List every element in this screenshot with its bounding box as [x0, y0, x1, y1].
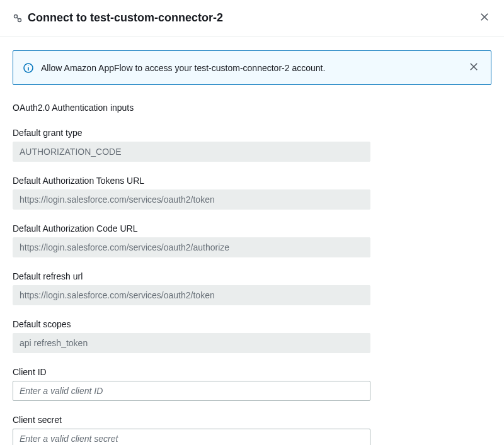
input-client-id[interactable]	[13, 381, 370, 401]
label-client-secret: Client secret	[13, 415, 370, 425]
connector-icon	[13, 13, 23, 23]
label-tokens-url: Default Authorization Tokens URL	[13, 176, 370, 186]
input-grant-type	[13, 142, 370, 162]
input-scopes	[13, 333, 370, 353]
field-code-url: Default Authorization Code URL	[13, 223, 370, 257]
info-alert: Allow Amazon AppFlow to access your test…	[13, 50, 491, 85]
label-client-id: Client ID	[13, 367, 370, 377]
header-left: Connect to test-custom-connector-2	[13, 11, 223, 25]
alert-dismiss-button[interactable]	[467, 60, 481, 76]
label-grant-type: Default grant type	[13, 128, 370, 138]
dialog-header: Connect to test-custom-connector-2	[0, 0, 504, 37]
dialog-content: Allow Amazon AppFlow to access your test…	[0, 37, 504, 445]
alert-message: Allow Amazon AppFlow to access your test…	[41, 63, 325, 73]
field-scopes: Default scopes	[13, 319, 370, 353]
svg-point-0	[14, 14, 18, 18]
section-title: OAuth2.0 Authentication inputs	[13, 103, 491, 113]
close-icon	[480, 13, 489, 23]
label-code-url: Default Authorization Code URL	[13, 223, 370, 234]
input-client-secret[interactable]	[13, 429, 370, 445]
close-icon	[469, 62, 478, 73]
info-icon	[23, 63, 33, 73]
svg-point-1	[18, 18, 21, 21]
close-button[interactable]	[478, 10, 491, 26]
field-refresh-url: Default refresh url	[13, 271, 370, 305]
svg-point-3	[28, 65, 28, 65]
dialog-title: Connect to test-custom-connector-2	[28, 11, 223, 25]
alert-left: Allow Amazon AppFlow to access your test…	[23, 63, 325, 73]
label-scopes: Default scopes	[13, 319, 370, 329]
input-tokens-url	[13, 189, 370, 210]
field-client-secret: Client secret	[13, 415, 370, 445]
field-tokens-url: Default Authorization Tokens URL	[13, 176, 370, 210]
field-grant-type: Default grant type	[13, 128, 370, 162]
input-code-url	[13, 237, 370, 257]
label-refresh-url: Default refresh url	[13, 271, 370, 281]
input-refresh-url	[13, 285, 370, 305]
field-client-id: Client ID	[13, 367, 370, 401]
